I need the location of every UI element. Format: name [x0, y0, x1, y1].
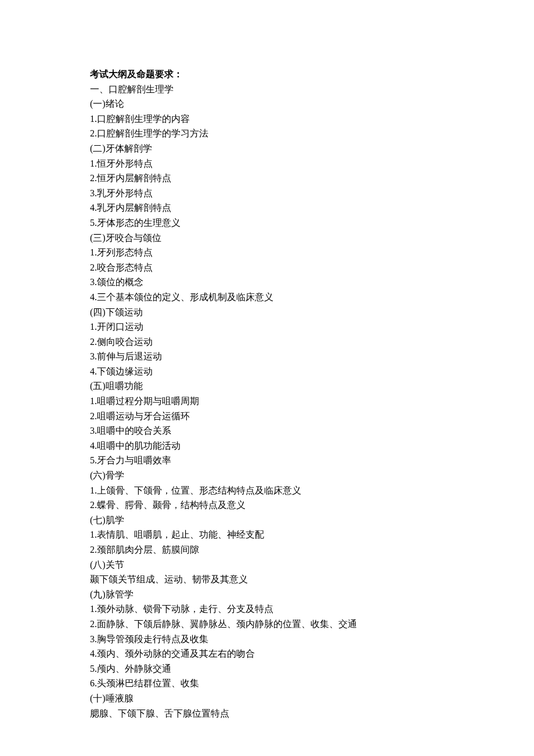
outline-line: (七)肌学 [90, 513, 444, 528]
outline-line: 2.面静脉、下颌后静脉、翼静脉丛、颈内静脉的位置、收集、交通 [90, 617, 444, 632]
outline-line: 5.牙体形态的生理意义 [90, 215, 444, 231]
outline-line: 2.咬合形态特点 [90, 260, 444, 275]
outline-line: (八)关节 [90, 557, 444, 573]
outline-line: (九)脉管学 [90, 587, 444, 602]
outline-line: 1.开闭口运动 [90, 319, 444, 334]
outline-line: 3.胸导管颈段走行特点及收集 [90, 632, 444, 647]
outline-line: 2.咀嚼运动与牙合运循环 [90, 409, 444, 424]
outline-line: (十)唾液腺 [90, 691, 444, 706]
outline-line: 1.恒牙外形特点 [90, 156, 444, 171]
outline-line: 1.牙列形态特点 [90, 245, 444, 260]
outline-line: 2.侧向咬合运动 [90, 334, 444, 350]
outline-line: 6.头颈淋巴结群位置、收集 [90, 676, 444, 691]
outline-line: 5.颅内、外静脉交通 [90, 661, 444, 676]
outline-line: 颞下颌关节组成、运动、韧带及其意义 [90, 572, 444, 587]
outline-line: 4.咀嚼中的肌功能活动 [90, 438, 444, 453]
outline-line: 1.表情肌、咀嚼肌，起止、功能、神经支配 [90, 527, 444, 542]
outline-line: 4.颈内、颈外动脉的交通及其左右的吻合 [90, 646, 444, 661]
outline-line: 腮腺、下颌下腺、舌下腺位置特点 [90, 706, 444, 721]
outline-line: 1.咀嚼过程分期与咀嚼周期 [90, 394, 444, 409]
outline-line: (四)下颌运动 [90, 305, 444, 320]
outline-line: 4.三个基本颌位的定义、形成机制及临床意义 [90, 290, 444, 305]
outline-line: 1.上颌骨、下颌骨，位置、形态结构特点及临床意义 [90, 483, 444, 498]
outline-line: (一)绪论 [90, 96, 444, 111]
outline-line: 一、口腔解剖生理学 [90, 82, 444, 97]
outline-line: 2.蝶骨、腭骨、颞骨，结构特点及意义 [90, 498, 444, 513]
outline-line: 3.咀嚼中的咬合关系 [90, 423, 444, 438]
outline-line: 2.恒牙内层解剖特点 [90, 171, 444, 186]
document-title: 考试大纲及命题要求： [90, 67, 444, 82]
outline-line: 3.前伸与后退运动 [90, 349, 444, 364]
outline-line: (五)咀嚼功能 [90, 379, 444, 394]
outline-line: 4.下颌边缘运动 [90, 364, 444, 379]
outline-line: 3.颌位的概念 [90, 275, 444, 290]
outline-line: (六)骨学 [90, 468, 444, 483]
outline-line: 1.颈外动脉、锁骨下动脉，走行、分支及特点 [90, 602, 444, 617]
outline-line: 3.乳牙外形特点 [90, 186, 444, 201]
outline-line: 2.颈部肌肉分层、筋膜间隙 [90, 542, 444, 557]
outline-line: (三)牙咬合与颌位 [90, 231, 444, 246]
lines-container: 一、口腔解剖生理学(一)绪论1.口腔解剖生理学的内容2.口腔解剖生理学的学习方法… [90, 82, 444, 721]
outline-line: 1.口腔解剖生理学的内容 [90, 111, 444, 127]
document-content: 考试大纲及命题要求： 一、口腔解剖生理学(一)绪论1.口腔解剖生理学的内容2.口… [90, 67, 444, 721]
outline-line: (二)牙体解剖学 [90, 141, 444, 156]
outline-line: 5.牙合力与咀嚼效率 [90, 453, 444, 468]
outline-line: 4.乳牙内层解剖特点 [90, 200, 444, 215]
outline-line: 2.口腔解剖生理学的学习方法 [90, 126, 444, 141]
